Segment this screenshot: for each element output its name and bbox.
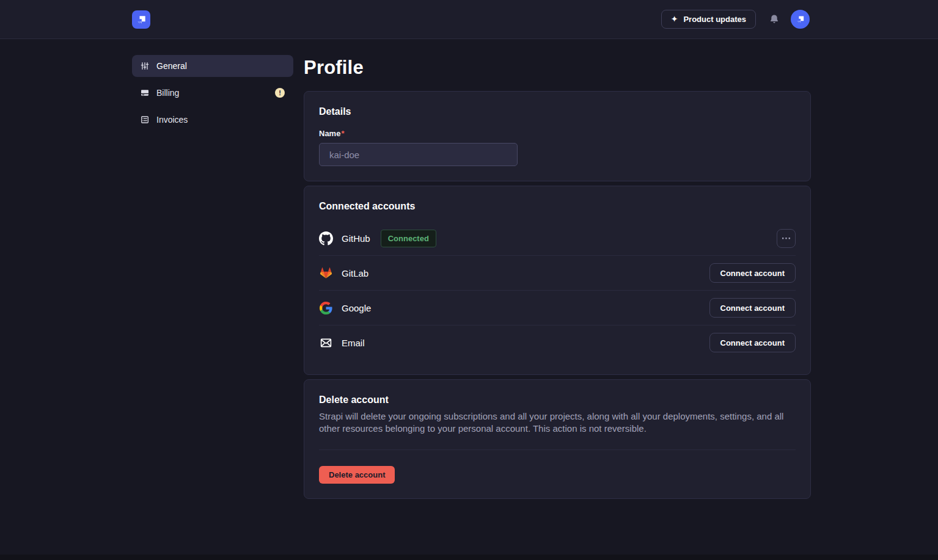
google-icon: [319, 301, 333, 315]
ellipsis-icon: [782, 238, 790, 239]
connect-google-button[interactable]: Connect account: [709, 298, 796, 318]
bell-icon: [769, 13, 780, 25]
name-field-group: Name*: [319, 128, 796, 166]
delete-account-button[interactable]: Delete account: [319, 466, 395, 484]
account-name: GitHub: [342, 233, 370, 244]
delete-account-card: Delete account Strapi will delete your o…: [304, 379, 811, 499]
product-updates-label: Product updates: [683, 15, 746, 24]
sidebar-item-label: Invoices: [156, 115, 285, 125]
strapi-logo[interactable]: [132, 10, 150, 29]
delete-account-description: Strapi will delete your ongoing subscrip…: [319, 410, 796, 435]
account-row-email: Email Connect account: [319, 325, 796, 360]
connected-accounts-heading: Connected accounts: [319, 201, 796, 212]
sidebar-item-billing[interactable]: Billing !: [132, 82, 293, 104]
sidebar-item-label: General: [156, 61, 285, 71]
sidebar-item-label: Billing: [156, 88, 275, 98]
account-name: Google: [342, 303, 371, 313]
account-row-gitlab: GitLab Connect account: [319, 256, 796, 291]
product-updates-button[interactable]: ✦ Product updates: [661, 10, 756, 29]
page-title: Profile: [304, 57, 811, 79]
billing-warning-badge: !: [275, 88, 285, 98]
sidebar-item-invoices[interactable]: Invoices: [132, 109, 293, 131]
github-menu-button[interactable]: [777, 229, 796, 248]
account-row-github: GitHub Connected: [319, 221, 796, 256]
sparkle-icon: ✦: [671, 15, 678, 23]
divider: [319, 449, 796, 450]
sliders-icon: [140, 61, 150, 71]
user-avatar[interactable]: [791, 10, 810, 29]
account-name: GitLab: [342, 268, 368, 278]
avatar-strapi-icon: [795, 14, 805, 24]
email-icon: [319, 336, 333, 350]
details-card: Details Name*: [304, 91, 811, 181]
connected-status-badge: Connected: [381, 230, 436, 247]
strapi-logo-icon: [135, 13, 147, 26]
account-name: Email: [342, 338, 365, 348]
delete-account-heading: Delete account: [319, 395, 796, 405]
connect-email-button[interactable]: Connect account: [709, 333, 796, 352]
main-panel: Profile Details Name* Connected accounts: [304, 55, 811, 499]
name-label: Name*: [319, 129, 344, 138]
connect-gitlab-button[interactable]: Connect account: [709, 263, 796, 283]
sidebar-item-general[interactable]: General: [132, 55, 293, 77]
bottom-edge-strip: [0, 555, 938, 560]
content-area: General Billing ! Invoices: [0, 39, 938, 499]
github-icon: [319, 231, 333, 245]
required-asterisk: *: [341, 129, 344, 138]
account-row-google: Google Connect account: [319, 291, 796, 325]
settings-sidebar: General Billing ! Invoices: [132, 55, 293, 499]
top-bar: ✦ Product updates: [0, 0, 938, 39]
name-input[interactable]: [319, 143, 518, 166]
details-heading: Details: [319, 106, 796, 117]
notifications-button[interactable]: [768, 13, 781, 25]
gitlab-icon: [319, 266, 333, 280]
credit-card-icon: [140, 88, 150, 98]
connected-accounts-card: Connected accounts GitHub Connected: [304, 186, 811, 375]
invoice-icon: [140, 115, 150, 125]
accounts-list: GitHub Connected: [319, 221, 796, 360]
